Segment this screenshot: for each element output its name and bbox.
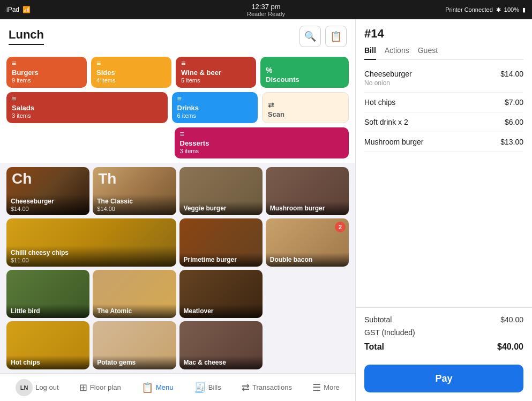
menu-item-primetime[interactable]: Primetime burger (179, 218, 263, 267)
more-label: More (324, 383, 340, 391)
category-wine-count: 5 items (181, 77, 251, 84)
primetime-overlay: Primetime burger (179, 253, 263, 267)
maccheese-overlay: Mac & cheese (179, 355, 263, 369)
bills-icon: 🧾 (194, 382, 206, 394)
menu-item-hotchips[interactable]: Hot chips (6, 321, 89, 369)
category-drinks-name: Drinks (177, 104, 252, 112)
category-salads-count: 3 items (12, 112, 162, 119)
status-bar-center: 12:37 pm Reader Ready (247, 3, 285, 17)
menu-item-littlebird[interactable]: Little bird (6, 270, 89, 318)
gst-row: GST (Included) (364, 326, 523, 339)
bill-item-2: Soft drink x 2 $6.00 (364, 112, 523, 132)
nav-transactions[interactable]: ⇄ Transactions (237, 380, 296, 396)
maccheese-name: Mac & cheese (184, 359, 258, 366)
nav-logout[interactable]: LN Log out (11, 377, 63, 398)
category-sides-count: 4 items (96, 77, 166, 84)
logout-label: Log out (35, 383, 58, 391)
header: Lunch 🔍 📋 (0, 19, 355, 51)
wifi-icon: 📶 (23, 6, 31, 13)
bill-item-name-0: Cheeseburger (364, 70, 412, 78)
tab-bill[interactable]: Bill (364, 46, 376, 60)
category-scan[interactable]: ⇄ Scan (262, 92, 349, 123)
bill-item-row-0: Cheeseburger $14.00 (364, 70, 523, 78)
doublebacon-overlay: Double bacon (266, 253, 349, 267)
menu-item-doublebacon[interactable]: 2 Double bacon (266, 218, 349, 267)
bill-item-row-1: Hot chips $7.00 (364, 98, 523, 107)
clipboard-icon: 📋 (330, 31, 342, 42)
bill-item-0: Cheeseburger $14.00 No onion (364, 64, 523, 93)
status-bar: iPad 📶 12:37 pm Reader Ready Printer Con… (0, 0, 532, 19)
classic-price: $14.00 (97, 206, 171, 212)
floorplan-label: Floor plan (90, 383, 121, 391)
subtotal-label: Subtotal (364, 315, 392, 324)
potato-overlay: Potato gems (93, 355, 176, 369)
nav-more[interactable]: ☰ More (308, 380, 344, 396)
pay-button[interactable]: Pay (364, 365, 523, 392)
category-discounts[interactable]: % Discounts (260, 57, 349, 88)
header-actions: 🔍 📋 (299, 26, 347, 47)
tab-guest[interactable]: Guest (418, 46, 438, 55)
menu-item-classic[interactable]: Th The Classic $14.00 (93, 167, 176, 215)
chilli-name: Chilli cheesy chips (11, 249, 172, 256)
menu-item-potato[interactable]: Potato gems (93, 321, 176, 369)
subtotal-row: Subtotal $40.00 (364, 313, 523, 326)
total-row: Total $40.00 (364, 339, 523, 354)
menu-item-chilli[interactable]: Chilli cheesy chips $11.00 (6, 218, 176, 267)
classic-name: The Classic (97, 198, 171, 205)
category-desserts[interactable]: ≡ Desserts 3 items (175, 127, 349, 158)
transactions-label: Transactions (252, 383, 292, 391)
bill-item-3: Mushroom burger $13.00 (364, 132, 523, 152)
more-icon: ☰ (312, 382, 321, 394)
nav-floorplan[interactable]: ⊞ Floor plan (75, 380, 125, 396)
category-row-2: ≡ Salads 3 items ≡ Drinks 6 items ⇄ Scan (6, 92, 349, 123)
cheeseburger-name: Cheeseburger (11, 198, 85, 205)
category-desserts-icon: ≡ (180, 130, 344, 138)
bill-items-list: Cheeseburger $14.00 No onion Hot chips $… (356, 60, 532, 307)
category-sides[interactable]: ≡ Sides 4 items (91, 57, 171, 88)
subtotal-value: $40.00 (500, 315, 523, 324)
menu-item-veggie[interactable]: Veggie burger (179, 167, 263, 215)
category-drinks-icon: ≡ (177, 94, 252, 103)
order-number: #14 (364, 27, 523, 41)
floorplan-icon: ⊞ (79, 382, 87, 394)
meatlover-overlay: Meatlover (179, 304, 263, 318)
menu-item-meatlover[interactable]: Meatlover (179, 270, 263, 318)
menu-item-atomic[interactable]: The Atomic (93, 270, 176, 318)
category-salads[interactable]: ≡ Salads 3 items (6, 92, 168, 123)
bill-item-name-1: Hot chips (364, 98, 395, 107)
category-desserts-name: Desserts (180, 139, 344, 147)
menu-item-cheeseburger[interactable]: Ch Cheeseburger $14.00 (6, 167, 89, 215)
tab-actions[interactable]: Actions (385, 46, 409, 55)
category-wine[interactable]: ≡ Wine & beer 5 items (176, 57, 256, 88)
nav-bills[interactable]: 🧾 Bills (190, 380, 226, 396)
potato-name: Potato gems (97, 359, 171, 366)
category-drinks[interactable]: ≡ Drinks 6 items (172, 92, 258, 123)
search-button[interactable]: 🔍 (299, 26, 321, 47)
menu-item-mushroom[interactable]: Mushroom burger (266, 167, 349, 215)
classic-initials: Th (98, 171, 116, 186)
hotchips-overlay: Hot chips (6, 355, 89, 369)
category-salads-name: Salads (12, 104, 162, 112)
veggie-overlay: Veggie burger (179, 201, 263, 215)
bottom-nav: LN Log out ⊞ Floor plan 📋 Menu 🧾 Bills ⇄… (0, 373, 355, 401)
total-value: $40.00 (497, 342, 523, 352)
category-burgers[interactable]: ≡ Burgers 9 items (6, 57, 87, 88)
printer-status: Printer Connected (445, 6, 493, 13)
hotchips-name: Hot chips (11, 359, 85, 366)
left-panel: Lunch 🔍 📋 ≡ Burgers 9 items (0, 19, 355, 401)
device-label: iPad (6, 6, 19, 13)
order-button[interactable]: 📋 (325, 26, 347, 47)
category-burgers-name: Burgers (12, 69, 81, 77)
page-title: Lunch (9, 28, 44, 45)
cheeseburger-overlay: Cheeseburger $14.00 (6, 194, 89, 215)
user-avatar: LN (16, 379, 33, 396)
category-sides-icon: ≡ (96, 59, 166, 67)
atomic-overlay: The Atomic (93, 304, 176, 318)
category-drinks-count: 6 items (177, 112, 252, 119)
meatlover-name: Meatlover (184, 307, 258, 315)
mushroom-overlay: Mushroom burger (266, 201, 349, 215)
nav-menu[interactable]: 📋 Menu (137, 380, 178, 396)
category-discounts-icon: % (266, 66, 343, 74)
chilli-price: $11.00 (11, 257, 172, 263)
menu-item-maccheese[interactable]: Mac & cheese (179, 321, 263, 369)
